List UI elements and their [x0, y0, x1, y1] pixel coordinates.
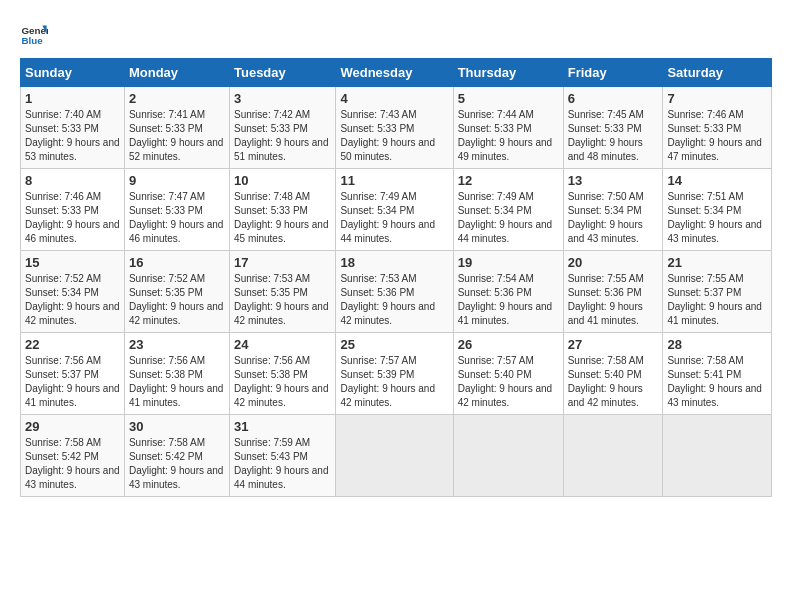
day-number: 5: [458, 91, 559, 106]
day-number: 15: [25, 255, 120, 270]
day-info: Sunrise: 7:58 AM Sunset: 5:41 PM Dayligh…: [667, 354, 767, 410]
day-info: Sunrise: 7:47 AM Sunset: 5:33 PM Dayligh…: [129, 190, 225, 246]
day-info: Sunrise: 7:48 AM Sunset: 5:33 PM Dayligh…: [234, 190, 331, 246]
day-number: 22: [25, 337, 120, 352]
day-info: Sunrise: 7:58 AM Sunset: 5:42 PM Dayligh…: [25, 436, 120, 492]
calendar-cell: 7 Sunrise: 7:46 AM Sunset: 5:33 PM Dayli…: [663, 87, 772, 169]
calendar-cell: 20 Sunrise: 7:55 AM Sunset: 5:36 PM Dayl…: [563, 251, 663, 333]
day-info: Sunrise: 7:49 AM Sunset: 5:34 PM Dayligh…: [458, 190, 559, 246]
calendar-cell: 4 Sunrise: 7:43 AM Sunset: 5:33 PM Dayli…: [336, 87, 453, 169]
day-info: Sunrise: 7:43 AM Sunset: 5:33 PM Dayligh…: [340, 108, 448, 164]
calendar-cell: 14 Sunrise: 7:51 AM Sunset: 5:34 PM Dayl…: [663, 169, 772, 251]
weekday-header-sunday: Sunday: [21, 59, 125, 87]
day-number: 18: [340, 255, 448, 270]
day-info: Sunrise: 7:56 AM Sunset: 5:38 PM Dayligh…: [234, 354, 331, 410]
day-number: 14: [667, 173, 767, 188]
calendar-cell: 15 Sunrise: 7:52 AM Sunset: 5:34 PM Dayl…: [21, 251, 125, 333]
day-number: 8: [25, 173, 120, 188]
day-info: Sunrise: 7:57 AM Sunset: 5:40 PM Dayligh…: [458, 354, 559, 410]
day-number: 31: [234, 419, 331, 434]
day-info: Sunrise: 7:54 AM Sunset: 5:36 PM Dayligh…: [458, 272, 559, 328]
day-info: Sunrise: 7:52 AM Sunset: 5:35 PM Dayligh…: [129, 272, 225, 328]
day-number: 26: [458, 337, 559, 352]
calendar-cell: 27 Sunrise: 7:58 AM Sunset: 5:40 PM Dayl…: [563, 333, 663, 415]
logo-icon: General Blue: [20, 20, 48, 48]
day-info: Sunrise: 7:53 AM Sunset: 5:35 PM Dayligh…: [234, 272, 331, 328]
calendar-cell: 12 Sunrise: 7:49 AM Sunset: 5:34 PM Dayl…: [453, 169, 563, 251]
day-info: Sunrise: 7:57 AM Sunset: 5:39 PM Dayligh…: [340, 354, 448, 410]
calendar-cell: 1 Sunrise: 7:40 AM Sunset: 5:33 PM Dayli…: [21, 87, 125, 169]
day-number: 28: [667, 337, 767, 352]
day-info: Sunrise: 7:46 AM Sunset: 5:33 PM Dayligh…: [25, 190, 120, 246]
day-number: 7: [667, 91, 767, 106]
day-number: 30: [129, 419, 225, 434]
calendar-cell: 5 Sunrise: 7:44 AM Sunset: 5:33 PM Dayli…: [453, 87, 563, 169]
day-number: 2: [129, 91, 225, 106]
calendar-cell: 30 Sunrise: 7:58 AM Sunset: 5:42 PM Dayl…: [124, 415, 229, 497]
day-info: Sunrise: 7:55 AM Sunset: 5:36 PM Dayligh…: [568, 272, 659, 328]
day-number: 16: [129, 255, 225, 270]
weekday-header-thursday: Thursday: [453, 59, 563, 87]
calendar-cell: 31 Sunrise: 7:59 AM Sunset: 5:43 PM Dayl…: [229, 415, 335, 497]
day-info: Sunrise: 7:51 AM Sunset: 5:34 PM Dayligh…: [667, 190, 767, 246]
calendar-cell: 22 Sunrise: 7:56 AM Sunset: 5:37 PM Dayl…: [21, 333, 125, 415]
day-number: 1: [25, 91, 120, 106]
calendar-cell: 19 Sunrise: 7:54 AM Sunset: 5:36 PM Dayl…: [453, 251, 563, 333]
day-number: 13: [568, 173, 659, 188]
day-info: Sunrise: 7:50 AM Sunset: 5:34 PM Dayligh…: [568, 190, 659, 246]
calendar-cell: 23 Sunrise: 7:56 AM Sunset: 5:38 PM Dayl…: [124, 333, 229, 415]
day-number: 17: [234, 255, 331, 270]
day-number: 11: [340, 173, 448, 188]
calendar-cell: 17 Sunrise: 7:53 AM Sunset: 5:35 PM Dayl…: [229, 251, 335, 333]
calendar-cell: 6 Sunrise: 7:45 AM Sunset: 5:33 PM Dayli…: [563, 87, 663, 169]
calendar-cell: 13 Sunrise: 7:50 AM Sunset: 5:34 PM Dayl…: [563, 169, 663, 251]
calendar-cell: 3 Sunrise: 7:42 AM Sunset: 5:33 PM Dayli…: [229, 87, 335, 169]
calendar-cell: [336, 415, 453, 497]
day-info: Sunrise: 7:53 AM Sunset: 5:36 PM Dayligh…: [340, 272, 448, 328]
day-number: 6: [568, 91, 659, 106]
day-number: 21: [667, 255, 767, 270]
day-number: 27: [568, 337, 659, 352]
calendar-cell: 28 Sunrise: 7:58 AM Sunset: 5:41 PM Dayl…: [663, 333, 772, 415]
day-info: Sunrise: 7:46 AM Sunset: 5:33 PM Dayligh…: [667, 108, 767, 164]
weekday-header-tuesday: Tuesday: [229, 59, 335, 87]
day-number: 3: [234, 91, 331, 106]
day-info: Sunrise: 7:42 AM Sunset: 5:33 PM Dayligh…: [234, 108, 331, 164]
calendar-table: SundayMondayTuesdayWednesdayThursdayFrid…: [20, 58, 772, 497]
calendar-cell: 16 Sunrise: 7:52 AM Sunset: 5:35 PM Dayl…: [124, 251, 229, 333]
day-info: Sunrise: 7:49 AM Sunset: 5:34 PM Dayligh…: [340, 190, 448, 246]
day-number: 20: [568, 255, 659, 270]
calendar-cell: 10 Sunrise: 7:48 AM Sunset: 5:33 PM Dayl…: [229, 169, 335, 251]
day-number: 25: [340, 337, 448, 352]
day-number: 29: [25, 419, 120, 434]
calendar-cell: 25 Sunrise: 7:57 AM Sunset: 5:39 PM Dayl…: [336, 333, 453, 415]
calendar-cell: 9 Sunrise: 7:47 AM Sunset: 5:33 PM Dayli…: [124, 169, 229, 251]
day-info: Sunrise: 7:45 AM Sunset: 5:33 PM Dayligh…: [568, 108, 659, 164]
svg-text:Blue: Blue: [21, 35, 43, 46]
calendar-cell: 2 Sunrise: 7:41 AM Sunset: 5:33 PM Dayli…: [124, 87, 229, 169]
day-info: Sunrise: 7:55 AM Sunset: 5:37 PM Dayligh…: [667, 272, 767, 328]
day-info: Sunrise: 7:56 AM Sunset: 5:38 PM Dayligh…: [129, 354, 225, 410]
day-info: Sunrise: 7:58 AM Sunset: 5:42 PM Dayligh…: [129, 436, 225, 492]
day-info: Sunrise: 7:56 AM Sunset: 5:37 PM Dayligh…: [25, 354, 120, 410]
day-info: Sunrise: 7:52 AM Sunset: 5:34 PM Dayligh…: [25, 272, 120, 328]
calendar-cell: 11 Sunrise: 7:49 AM Sunset: 5:34 PM Dayl…: [336, 169, 453, 251]
calendar-cell: 21 Sunrise: 7:55 AM Sunset: 5:37 PM Dayl…: [663, 251, 772, 333]
calendar-cell: 24 Sunrise: 7:56 AM Sunset: 5:38 PM Dayl…: [229, 333, 335, 415]
day-number: 10: [234, 173, 331, 188]
day-number: 4: [340, 91, 448, 106]
page-header: General Blue: [20, 20, 772, 48]
day-info: Sunrise: 7:40 AM Sunset: 5:33 PM Dayligh…: [25, 108, 120, 164]
weekday-header-saturday: Saturday: [663, 59, 772, 87]
calendar-cell: [663, 415, 772, 497]
calendar-cell: [453, 415, 563, 497]
day-number: 23: [129, 337, 225, 352]
day-number: 19: [458, 255, 559, 270]
calendar-cell: 18 Sunrise: 7:53 AM Sunset: 5:36 PM Dayl…: [336, 251, 453, 333]
day-info: Sunrise: 7:58 AM Sunset: 5:40 PM Dayligh…: [568, 354, 659, 410]
day-number: 24: [234, 337, 331, 352]
weekday-header-wednesday: Wednesday: [336, 59, 453, 87]
logo: General Blue: [20, 20, 52, 48]
calendar-cell: 8 Sunrise: 7:46 AM Sunset: 5:33 PM Dayli…: [21, 169, 125, 251]
calendar-cell: 26 Sunrise: 7:57 AM Sunset: 5:40 PM Dayl…: [453, 333, 563, 415]
